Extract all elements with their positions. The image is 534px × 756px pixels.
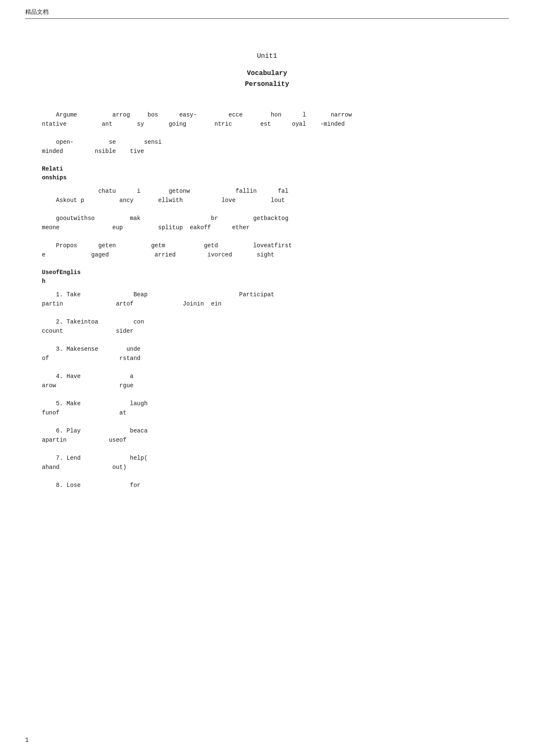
vocabulary-block: Argume arrog bos easy- ecce hon l narrow… (25, 111, 509, 156)
page-number: 1 (25, 737, 29, 743)
header-bar: 精品文档 (25, 8, 509, 19)
header-title: 精品文档 (25, 8, 49, 16)
relationships-block: chatu i getonw fallin fal Askout p ancy … (25, 187, 509, 260)
relationships-title: Relati onships (25, 165, 509, 183)
use-of-english-title: UseofEnglis h (25, 268, 509, 286)
use-of-english-block: 1. Take Beap Participat partin artof Joi… (25, 290, 509, 490)
center-content: Unit1 Vocabulary Personality (25, 52, 509, 111)
vocab-title: Vocabulary Personality (245, 68, 289, 90)
unit-title: Unit1 (257, 52, 277, 60)
page: 精品文档 Unit1 Vocabulary Personality Argume… (0, 0, 534, 756)
